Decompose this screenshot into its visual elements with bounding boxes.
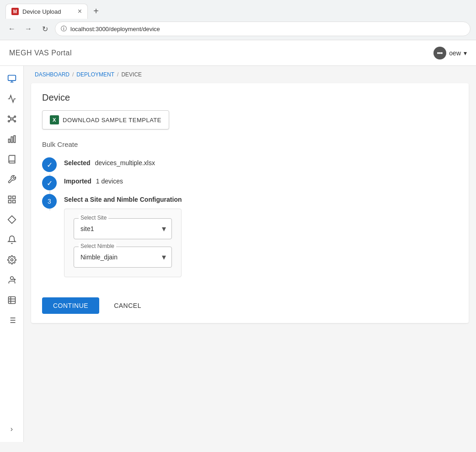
breadcrumb-sep-2: /: [117, 71, 118, 78]
sidebar-item-nodes[interactable]: [3, 110, 21, 128]
step-2-label: Imported: [64, 178, 91, 185]
site-nimble-form: Select Site site1 site2 site3 ▾: [64, 209, 182, 277]
svg-point-8: [14, 120, 16, 122]
breadcrumb: DASHBOARD / DEPLOYMENT / DEVICE: [24, 66, 476, 83]
sidebar-item-chart[interactable]: [3, 130, 21, 148]
svg-point-6: [14, 116, 16, 117]
svg-rect-13: [8, 139, 10, 143]
site-field-label: Select Site: [79, 215, 108, 221]
svg-point-0: [437, 52, 439, 54]
svg-point-1: [441, 52, 443, 54]
sidebar-item-gear-group[interactable]: [3, 251, 21, 269]
app-container: MEGH VAS Portal oew ▾: [0, 40, 476, 442]
sidebar-item-table[interactable]: [3, 291, 21, 309]
step-2: ✓ Imported 1 devices: [42, 176, 458, 194]
back-button[interactable]: ←: [5, 22, 18, 35]
step-1-content: Selected devices_multiple.xlsx: [64, 157, 155, 176]
step-3-content: Select a Site and Nimble Configuration S…: [64, 194, 182, 286]
step-3-icon: 3: [42, 194, 57, 209]
step-3: 3 Select a Site and Nimble Configuration…: [42, 194, 458, 286]
browser-chrome: M Device Upload × + ← → ↻ ⓘ localhost:30…: [0, 0, 476, 40]
dropdown-icon: ▾: [464, 49, 467, 57]
step-2-icon: ✓: [42, 176, 57, 190]
stepper: ✓ Selected devices_multiple.xlsx ✓: [42, 157, 458, 286]
page-title: Device: [42, 92, 458, 103]
sidebar-item-grid[interactable]: [3, 190, 21, 209]
tab-title: Device Upload: [22, 8, 74, 15]
site-field: Select Site site1 site2 site3 ▾: [74, 218, 172, 239]
svg-point-2: [439, 52, 441, 54]
svg-rect-18: [8, 200, 11, 203]
step-1-check-icon: ✓: [47, 161, 53, 169]
section-title: Bulk Create: [42, 140, 458, 148]
sidebar-item-person-settings[interactable]: [3, 271, 21, 289]
cancel-button[interactable]: CANCEL: [105, 297, 150, 314]
step-1: ✓ Selected devices_multiple.xlsx: [42, 157, 458, 176]
main-content: DASHBOARD / DEPLOYMENT / DEVICE Device X…: [24, 66, 476, 442]
svg-rect-17: [12, 196, 15, 199]
site-select-wrapper[interactable]: Select Site site1 site2 site3 ▾: [74, 218, 172, 239]
nimble-field-label: Select Nimble: [79, 243, 116, 249]
sidebar-expand-button[interactable]: ›: [3, 420, 21, 438]
sidebar-item-book[interactable]: [3, 150, 21, 168]
username: oew: [449, 49, 461, 57]
step-3-label: Select a Site and Nimble Configuration: [64, 196, 182, 203]
site-select[interactable]: site1 site2 site3: [74, 219, 171, 239]
svg-point-21: [11, 259, 13, 261]
sidebar-item-analytics[interactable]: [3, 90, 21, 108]
sidebar: ›: [0, 66, 24, 442]
active-tab[interactable]: M Device Upload ×: [5, 4, 88, 19]
step-1-icon: ✓: [42, 157, 57, 172]
excel-icon: X: [50, 115, 59, 124]
address-bar[interactable]: ⓘ localhost:3000/deployment/device: [55, 22, 471, 36]
step-2-content: Imported 1 devices: [64, 176, 123, 194]
breadcrumb-device: DEVICE: [121, 71, 142, 78]
step-2-value: 1 devices: [96, 178, 123, 185]
svg-rect-25: [8, 297, 15, 304]
step-2-check-icon: ✓: [47, 179, 53, 188]
sidebar-item-monitor[interactable]: [3, 70, 21, 88]
download-template-button[interactable]: X DOWNLOAD SAMPLE TEMPLATE: [42, 110, 169, 129]
nimble-select-wrapper[interactable]: Select Nimble Nimble_djain Nimble_other …: [74, 247, 172, 268]
app-body: › DASHBOARD / DEPLOYMENT / DEVICE Device…: [0, 66, 476, 442]
svg-rect-14: [11, 137, 12, 143]
step-1-label: Selected: [64, 159, 91, 167]
svg-rect-19: [12, 200, 15, 203]
sidebar-item-wrench[interactable]: [3, 170, 21, 188]
sidebar-item-list[interactable]: [3, 311, 21, 329]
new-tab-button[interactable]: +: [90, 5, 102, 18]
app-header: MEGH VAS Portal oew ▾: [0, 40, 476, 66]
info-icon: ⓘ: [61, 25, 67, 33]
tab-favicon: M: [11, 8, 19, 15]
user-menu[interactable]: oew ▾: [433, 47, 467, 59]
svg-rect-15: [14, 136, 15, 143]
step-3-number: 3: [48, 198, 51, 205]
forward-button[interactable]: →: [22, 22, 35, 35]
svg-point-7: [8, 120, 9, 122]
svg-line-9: [10, 117, 11, 118]
tab-close-button[interactable]: ×: [78, 8, 82, 15]
svg-point-5: [8, 116, 9, 117]
sidebar-item-diamond[interactable]: [3, 210, 21, 229]
action-buttons: CONTINUE CANCEL: [42, 297, 458, 314]
svg-line-11: [10, 119, 11, 121]
svg-marker-20: [8, 216, 16, 224]
svg-rect-16: [8, 196, 11, 199]
step-1-value: devices_multiple.xlsx: [95, 159, 155, 167]
nimble-field: Select Nimble Nimble_djain Nimble_other …: [74, 247, 172, 268]
refresh-button[interactable]: ↻: [38, 22, 51, 35]
nimble-select[interactable]: Nimble_djain Nimble_other: [74, 247, 171, 267]
breadcrumb-sep-1: /: [72, 71, 74, 78]
breadcrumb-dashboard[interactable]: DASHBOARD: [35, 71, 70, 78]
page-card: Device X DOWNLOAD SAMPLE TEMPLATE Bulk C…: [31, 83, 469, 323]
svg-line-10: [12, 117, 14, 118]
svg-point-22: [10, 277, 13, 280]
sidebar-item-bell[interactable]: [3, 231, 21, 249]
avatar: [433, 47, 446, 59]
svg-rect-3: [8, 75, 16, 81]
breadcrumb-deployment[interactable]: DEPLOYMENT: [76, 71, 114, 78]
url-text: localhost:3000/deployment/device: [70, 26, 160, 32]
continue-button[interactable]: CONTINUE: [42, 297, 99, 314]
download-button-label: DOWNLOAD SAMPLE TEMPLATE: [63, 117, 161, 124]
svg-line-12: [12, 119, 14, 121]
